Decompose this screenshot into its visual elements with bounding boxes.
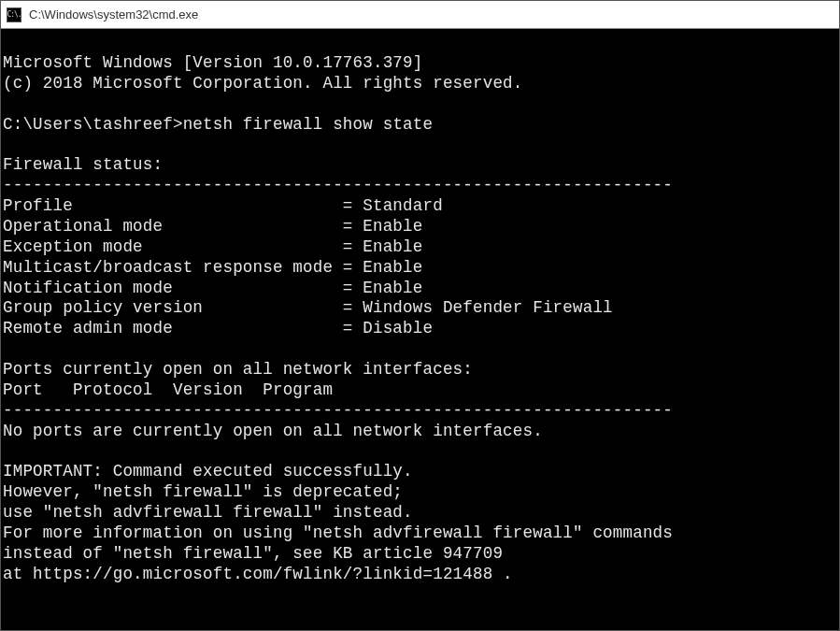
cmd-icon: C:\. [7, 7, 21, 22]
ports-columns: Port Protocol Version Program [3, 380, 333, 399]
banner-copyright: (c) 2018 Microsoft Corporation. All righ… [3, 74, 523, 93]
important-line-3: use "netsh advfirewall firewall" instead… [3, 503, 413, 522]
firewall-row-operational-mode: Operational mode = Enable [3, 217, 422, 236]
firewall-header: Firewall status: [3, 155, 163, 174]
firewall-row-notification-mode: Notification mode = Enable [3, 279, 422, 297]
important-line-6: at https://go.microsoft.com/fwlink/?link… [3, 565, 513, 583]
firewall-rule: ----------------------------------------… [3, 176, 673, 194]
important-line-1: IMPORTANT: Command executed successfully… [3, 462, 413, 480]
firewall-row-group-policy: Group policy version = Windows Defender … [3, 298, 613, 317]
firewall-row-multicast-mode: Multicast/broadcast response mode = Enab… [3, 258, 422, 277]
ports-none: No ports are currently open on all netwo… [3, 422, 543, 440]
prompt-path: C:\Users\tashreef> [3, 115, 183, 134]
entered-command: netsh firewall show state [183, 115, 434, 134]
firewall-row-exception-mode: Exception mode = Enable [3, 237, 422, 256]
important-line-5: instead of "netsh firewall", see KB arti… [3, 544, 503, 563]
titlebar[interactable]: C:\. C:\Windows\system32\cmd.exe [1, 1, 839, 29]
window-title: C:\Windows\system32\cmd.exe [29, 7, 198, 22]
cmd-window: C:\. C:\Windows\system32\cmd.exe Microso… [0, 0, 840, 631]
important-line-4: For more information on using "netsh adv… [3, 523, 673, 542]
firewall-row-profile: Profile = Standard [3, 196, 443, 215]
important-line-2: However, "netsh firewall" is deprecated; [3, 482, 403, 501]
ports-heading: Ports currently open on all network inte… [3, 360, 473, 379]
console-output[interactable]: Microsoft Windows [Version 10.0.17763.37… [1, 29, 839, 630]
firewall-row-remote-admin: Remote admin mode = Disable [3, 319, 433, 337]
ports-rule: ----------------------------------------… [3, 401, 673, 420]
banner-version: Microsoft Windows [Version 10.0.17763.37… [3, 53, 422, 72]
prompt-line: C:\Users\tashreef>netsh firewall show st… [3, 115, 433, 134]
